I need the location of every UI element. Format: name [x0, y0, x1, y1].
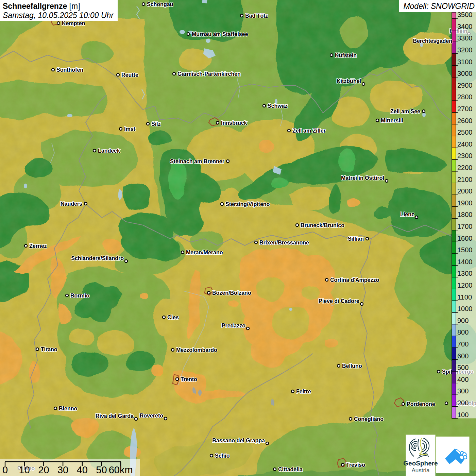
- svg-text:1000: 1000: [457, 305, 473, 312]
- svg-text:1200: 1200: [457, 282, 473, 289]
- svg-text:Bruneck/Brunico: Bruneck/Brunico: [301, 222, 344, 228]
- svg-text:Meran/Merano: Meran/Merano: [186, 250, 223, 255]
- svg-text:1900: 1900: [457, 199, 473, 207]
- svg-text:Kitzbühel: Kitzbühel: [337, 78, 361, 84]
- svg-text:600: 600: [457, 352, 469, 360]
- svg-text:Brixen/Bressanone: Brixen/Bressanone: [259, 240, 309, 245]
- svg-text:Schwaz: Schwaz: [268, 103, 288, 109]
- svg-text:Cles: Cles: [167, 314, 179, 320]
- svg-text:3200: 3200: [457, 46, 473, 54]
- svg-text:1100: 1100: [457, 293, 472, 301]
- svg-text:Schneefallgrenze [m]: Schneefallgrenze [m]: [3, 2, 80, 11]
- svg-text:10: 10: [19, 464, 30, 475]
- svg-text:Reutte: Reutte: [121, 72, 138, 78]
- svg-text:2700: 2700: [457, 105, 473, 113]
- svg-text:Pordenone: Pordenone: [407, 401, 435, 407]
- svg-text:Sonthofen: Sonthofen: [56, 67, 83, 73]
- svg-text:1700: 1700: [457, 223, 473, 230]
- svg-text:2800: 2800: [457, 93, 473, 101]
- svg-text:Feltre: Feltre: [296, 389, 311, 394]
- svg-text:Predazzo: Predazzo: [222, 323, 245, 328]
- svg-text:Austria: Austria: [412, 467, 430, 474]
- svg-text:Conegliano: Conegliano: [354, 416, 384, 422]
- svg-text:2200: 2200: [457, 164, 473, 171]
- svg-text:Bad Tölz: Bad Tölz: [245, 13, 268, 19]
- svg-text:Silz: Silz: [151, 121, 161, 127]
- svg-text:Cittadella: Cittadella: [278, 466, 303, 472]
- svg-text:40: 40: [77, 464, 88, 475]
- svg-text:Berchtesgaden: Berchtesgaden: [413, 38, 452, 44]
- svg-text:3400: 3400: [457, 23, 473, 30]
- svg-text:Schlanders/Silandro: Schlanders/Silandro: [71, 255, 124, 261]
- svg-text:Schongau: Schongau: [147, 1, 173, 7]
- svg-text:Cortina d'Ampezzo: Cortina d'Ampezzo: [330, 277, 379, 283]
- svg-text:300: 300: [457, 387, 469, 395]
- svg-text:Belluno: Belluno: [342, 363, 362, 369]
- svg-text:Bienno: Bienno: [59, 406, 77, 411]
- svg-text:2000: 2000: [457, 187, 473, 195]
- svg-text:400: 400: [457, 376, 469, 383]
- svg-text:Sillian: Sillian: [348, 236, 364, 242]
- svg-text:Imst: Imst: [124, 126, 136, 132]
- svg-text:500: 500: [457, 364, 469, 371]
- svg-text:Garmisch-Partenkirchen: Garmisch-Partenkirchen: [177, 71, 241, 77]
- svg-text:30: 30: [57, 464, 68, 475]
- svg-text:Landeck: Landeck: [98, 148, 120, 154]
- svg-text:2300: 2300: [457, 152, 473, 159]
- svg-text:2500: 2500: [457, 129, 473, 136]
- svg-text:700: 700: [457, 340, 469, 348]
- svg-text:Bassano del Grappa: Bassano del Grappa: [212, 438, 265, 443]
- svg-text:1800: 1800: [457, 211, 473, 218]
- svg-text:Zell am See: Zell am See: [390, 108, 420, 114]
- svg-text:1300: 1300: [457, 270, 473, 277]
- svg-text:Matrei in Osttirol: Matrei in Osttirol: [341, 175, 384, 181]
- svg-text:Bormio: Bormio: [70, 293, 89, 299]
- svg-text:Steinach am Brenner: Steinach am Brenner: [170, 158, 224, 164]
- svg-text:2600: 2600: [457, 117, 473, 124]
- svg-text:Samstag, 10.05.2025 10:00 Uhr: Samstag, 10.05.2025 10:00 Uhr: [3, 11, 114, 20]
- svg-text:Sterzing/Vipiteno: Sterzing/Vipiteno: [225, 201, 270, 207]
- svg-text:Trento: Trento: [181, 376, 197, 382]
- svg-text:Innsbruck: Innsbruck: [221, 120, 247, 126]
- svg-text:GeoSphere: GeoSphere: [403, 460, 438, 467]
- svg-text:3100: 3100: [457, 58, 473, 66]
- svg-text:50: 50: [96, 464, 107, 475]
- svg-text:60km: 60km: [109, 464, 133, 475]
- svg-text:Lienz: Lienz: [400, 211, 414, 217]
- svg-text:Riva del Garda: Riva del Garda: [96, 413, 134, 419]
- svg-text:1500: 1500: [457, 246, 473, 254]
- svg-text:Kufstein: Kufstein: [335, 52, 357, 58]
- svg-text:20: 20: [38, 464, 49, 475]
- svg-text:2400: 2400: [457, 140, 473, 148]
- svg-text:Zernez: Zernez: [29, 243, 47, 249]
- svg-text:Rovereto: Rovereto: [140, 413, 164, 419]
- svg-text:200: 200: [457, 399, 469, 407]
- svg-text:2100: 2100: [457, 176, 473, 183]
- svg-text:3300: 3300: [457, 34, 473, 42]
- svg-text:1400: 1400: [457, 258, 473, 266]
- svg-text:Murnau am Staffelsee: Murnau am Staffelsee: [192, 31, 248, 37]
- svg-text:Modell: SNOWGRID: Modell: SNOWGRID: [403, 2, 475, 11]
- svg-text:2900: 2900: [457, 82, 473, 89]
- svg-text:900: 900: [457, 317, 469, 324]
- svg-text:Treviso: Treviso: [346, 462, 365, 468]
- svg-text:Schio: Schio: [215, 453, 230, 459]
- svg-text:Pieve di Cadore: Pieve di Cadore: [319, 298, 359, 304]
- svg-text:Tirano: Tirano: [41, 346, 57, 352]
- svg-text:Nauders: Nauders: [61, 201, 82, 207]
- svg-text:Bozen/Bolzano: Bozen/Bolzano: [212, 290, 251, 296]
- svg-text:Kempten: Kempten: [62, 20, 85, 26]
- svg-text:Mittersill: Mittersill: [381, 118, 403, 123]
- svg-text:1600: 1600: [457, 235, 473, 242]
- svg-text:800: 800: [457, 328, 469, 336]
- svg-text:0: 0: [2, 464, 8, 475]
- svg-text:Zell am Ziller: Zell am Ziller: [292, 128, 326, 134]
- svg-text:Mezzolombardo: Mezzolombardo: [176, 347, 217, 353]
- svg-text:3000: 3000: [457, 70, 473, 77]
- svg-text:100: 100: [457, 411, 469, 419]
